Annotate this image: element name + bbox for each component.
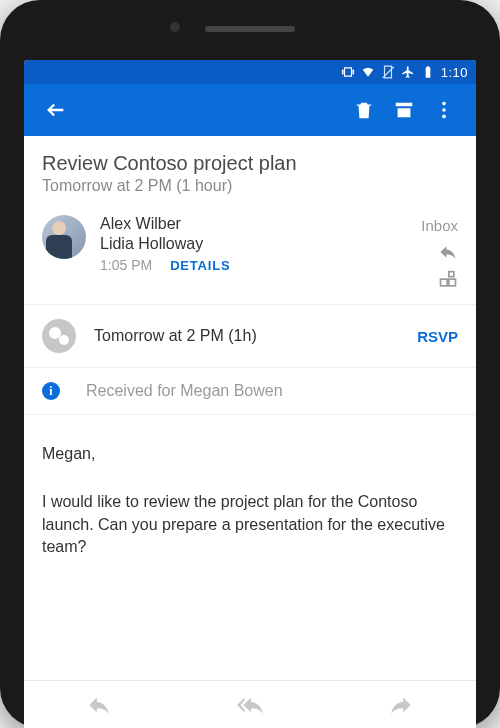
airplane-icon [401,65,415,79]
email-meeting-time: Tomorrow at 2 PM (1 hour) [42,177,458,195]
screen: 1:10 Review Contoso project plan Tomorro… [24,60,476,728]
svg-point-0 [442,102,446,106]
battery-icon [421,65,435,79]
back-button[interactable] [36,90,76,130]
svg-point-1 [442,108,446,112]
folder-label: Inbox [421,217,458,234]
reply-all-button[interactable] [235,690,265,720]
vibrate-icon [341,65,355,79]
event-row: Tomorrow at 2 PM (1h) RSVP [24,305,476,368]
status-icons [341,65,435,79]
recipient-name: Lidia Holloway [100,235,407,253]
sender-row: Alex Wilber Lidia Holloway 1:05 PM DETAI… [24,207,476,305]
sender-right-col: Inbox [421,215,458,290]
svg-rect-3 [441,279,448,286]
details-link[interactable]: DETAILS [170,258,230,273]
avatar[interactable] [42,215,86,259]
rsvp-button[interactable]: RSVP [417,328,458,345]
event-time: Tomorrow at 2 PM (1h) [94,327,399,345]
svg-rect-4 [449,279,456,286]
phone-frame: 1:10 Review Contoso project plan Tomorro… [0,0,500,728]
body-salutation: Megan, [42,443,458,465]
status-time: 1:10 [441,65,468,80]
email-time: 1:05 PM [100,257,152,273]
no-sim-icon [381,65,395,79]
body-text: I would like to review the project plan … [42,491,458,558]
reply-icon[interactable] [438,242,458,262]
app-bar [24,84,476,136]
overflow-menu-button[interactable] [424,90,464,130]
sender-info: Alex Wilber Lidia Holloway 1:05 PM DETAI… [100,215,407,290]
archive-button[interactable] [384,90,424,130]
sender-name: Alex Wilber [100,215,407,233]
status-bar: 1:10 [24,60,476,84]
delete-button[interactable] [344,90,384,130]
forward-button[interactable] [386,690,416,720]
bottom-action-bar [24,680,476,728]
svg-point-2 [442,115,446,119]
subject-area: Review Contoso project plan Tomorrow at … [24,136,476,207]
addins-icon[interactable] [438,270,458,290]
reply-button[interactable] [84,690,114,720]
wifi-icon [361,65,375,79]
info-icon: i [42,382,60,400]
svg-rect-5 [449,272,454,277]
event-icon [42,319,76,353]
delegate-info: Received for Megan Bowen [86,382,283,400]
info-row: i Received for Megan Bowen [24,368,476,415]
email-subject: Review Contoso project plan [42,152,458,175]
email-body: Megan, I would like to review the projec… [24,415,476,680]
